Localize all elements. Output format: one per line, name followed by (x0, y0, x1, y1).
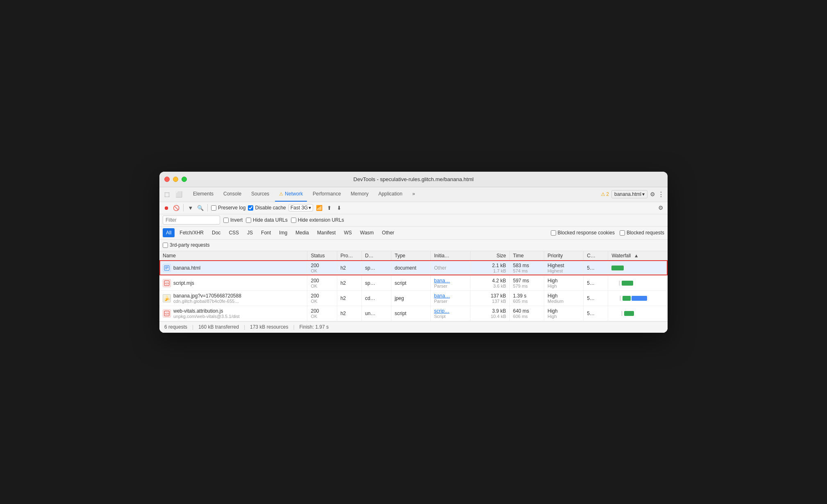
blocked-response-cookies-label[interactable]: Blocked response cookies (551, 230, 615, 236)
row-size-cell: 137 kB 137 kB (470, 291, 509, 306)
hide-data-urls-label[interactable]: Hide data URLs (246, 217, 288, 223)
time-bottom: 606 ms (513, 314, 541, 319)
filter-input[interactable] (163, 216, 220, 225)
preserve-log-label[interactable]: Preserve log (211, 205, 245, 211)
row-status-cell: 200 OK (307, 306, 337, 321)
row-name-cell: banana.html (159, 260, 307, 275)
invert-label[interactable]: Invert (223, 217, 243, 223)
type-filter-img[interactable]: Img (276, 228, 291, 237)
row-time-cell: 583 ms 574 ms (509, 260, 544, 275)
waterfall-blue-bar (632, 296, 647, 301)
type-filter-ws[interactable]: WS (341, 228, 355, 237)
filter-button[interactable]: ▼ (187, 204, 194, 211)
col-header-time[interactable]: Time (509, 251, 544, 261)
type-filter-all[interactable]: All (163, 228, 175, 237)
inspect-element-icon[interactable]: ⬚ (163, 190, 171, 198)
titlebar: DevTools - speculative-rules.glitch.me/b… (159, 172, 668, 187)
priority-bottom: High (548, 284, 580, 288)
type-filter-other[interactable]: Other (379, 228, 398, 237)
col-header-initiator[interactable]: Initia… (431, 251, 470, 261)
thirdparty-label[interactable]: 3rd-party requests (163, 242, 209, 248)
svg-text:</>: </> (165, 312, 169, 315)
network-speed-select[interactable]: Fast 3G ▾ (289, 204, 314, 211)
record-button[interactable]: ⏺ (163, 204, 170, 211)
close-button[interactable] (164, 177, 170, 182)
device-toolbar-icon[interactable]: ⬜ (174, 190, 184, 198)
download-icon[interactable]: ⬇ (335, 204, 343, 211)
row-initiator-cell: scrip… Script (431, 306, 470, 321)
settings-icon[interactable]: ⚙ (650, 191, 655, 198)
type-filter-font[interactable]: Font (258, 228, 274, 237)
col-header-status[interactable]: Status (307, 251, 337, 261)
hide-extension-urls-label[interactable]: Hide extension URLs (291, 217, 344, 223)
blocked-response-cookies-checkbox[interactable] (551, 230, 556, 236)
col-header-size[interactable]: Size (470, 251, 509, 261)
tab-memory[interactable]: Memory (347, 187, 373, 202)
table-row[interactable]: </> script.mjs 200 OK (159, 275, 668, 291)
size-container: 137 kB 137 kB (474, 293, 506, 304)
page-selector[interactable]: banana.html ▾ (611, 190, 648, 198)
maximize-button[interactable] (182, 177, 187, 182)
row-waterfall-cell (608, 261, 657, 275)
tab-console[interactable]: Console (219, 187, 245, 202)
col-header-protocol[interactable]: Pro… (337, 251, 361, 261)
tab-performance[interactable]: Performance (309, 187, 345, 202)
col-header-name[interactable]: Name (159, 251, 307, 261)
row-priority-cell: High Medium (544, 291, 583, 306)
table-row[interactable]: </> web-vitals.attribution.js unpkg.com/… (159, 306, 668, 321)
blocked-requests-checkbox[interactable] (620, 230, 625, 236)
tab-application[interactable]: Application (374, 187, 407, 202)
type-filter-wasm[interactable]: Wasm (357, 228, 377, 237)
type-filter-manifest[interactable]: Manifest (314, 228, 339, 237)
more-options-icon[interactable]: ⋮ (658, 191, 664, 198)
col-header-waterfall[interactable]: Waterfall ▲ (608, 251, 668, 261)
time-container: 583 ms 574 ms (513, 263, 541, 273)
initiator-link[interactable]: bana… (434, 278, 466, 284)
hide-extension-urls-checkbox[interactable] (291, 218, 296, 223)
status-text: OK (311, 268, 333, 273)
tab-elements[interactable]: Elements (189, 187, 218, 202)
row-filepath: unpkg.com/web-vitals@3.5.1/dist (173, 314, 240, 319)
tab-network[interactable]: ⚠ Network (275, 187, 307, 202)
row-name-container: 🍌 banana.jpg?v=1705668720588 cdn.glitch.… (163, 293, 304, 304)
waterfall-green-bar (611, 266, 624, 270)
disable-cache-label[interactable]: Disable cache (248, 205, 286, 211)
invert-checkbox[interactable] (223, 218, 229, 223)
table-row[interactable]: banana.html 200 OK h2 sp… docum (159, 260, 668, 275)
waterfall-wait (620, 296, 621, 301)
thirdparty-checkbox[interactable] (163, 243, 168, 248)
size-top: 2.1 kB (474, 263, 506, 268)
col-header-domain[interactable]: D… (361, 251, 391, 261)
devtools-body: ⬚ ⬜ Elements Console Sources ⚠ Network P… (159, 187, 668, 333)
type-filter-css[interactable]: CSS (225, 228, 242, 237)
upload-icon[interactable]: ⬆ (325, 204, 333, 211)
type-filter-doc[interactable]: Doc (209, 228, 224, 237)
hide-data-urls-checkbox[interactable] (246, 218, 251, 223)
clear-button[interactable]: 🚫 (173, 204, 180, 211)
type-filter-media[interactable]: Media (292, 228, 312, 237)
row-file-info: script.mjs (173, 280, 194, 286)
wifi-icon[interactable]: 📶 (316, 204, 323, 211)
tab-sources[interactable]: Sources (247, 187, 273, 202)
col-header-connection[interactable]: C… (584, 251, 608, 261)
blocked-requests-label[interactable]: Blocked requests (620, 230, 664, 236)
initiator-link[interactable]: scrip… (434, 308, 466, 314)
row-filename: banana.jpg?v=1705668720588 (173, 293, 241, 299)
minimize-button[interactable] (173, 177, 178, 182)
tab-more[interactable]: » (408, 187, 419, 202)
time-top: 583 ms (513, 263, 541, 268)
script-icon: </> (163, 309, 171, 318)
network-settings-icon[interactable]: ⚙ (657, 204, 664, 211)
table-row[interactable]: 🍌 banana.jpg?v=1705668720588 cdn.glitch.… (159, 291, 668, 306)
search-button[interactable]: 🔍 (197, 204, 204, 211)
initiator-link[interactable]: bana… (434, 293, 466, 299)
preserve-log-checkbox[interactable] (211, 205, 216, 211)
col-header-type[interactable]: Type (391, 251, 431, 261)
warning-badge[interactable]: ⚠ 2 (601, 191, 609, 197)
col-header-priority[interactable]: Priority (544, 251, 583, 261)
network-warning-icon: ⚠ (279, 191, 283, 197)
size-top: 4.2 kB (474, 278, 506, 284)
type-filter-fetch-xhr[interactable]: Fetch/XHR (176, 228, 207, 237)
type-filter-js[interactable]: JS (244, 228, 256, 237)
disable-cache-checkbox[interactable] (248, 205, 253, 211)
